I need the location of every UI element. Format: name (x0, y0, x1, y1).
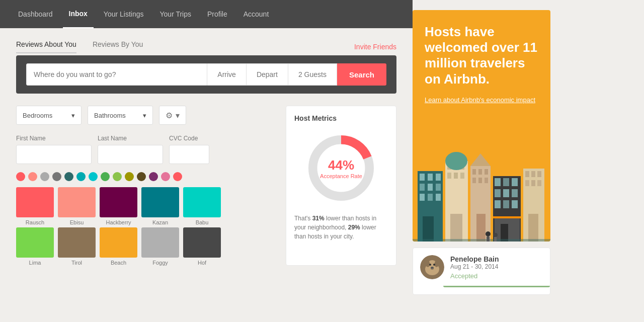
color-swatch[interactable] (100, 227, 137, 258)
svg-rect-51 (528, 214, 538, 242)
swatch-item: Foggy (141, 227, 179, 266)
bathrooms-dropdown[interactable]: Bathrooms ▾ (88, 106, 153, 125)
svg-rect-10 (428, 194, 433, 201)
swatch-label: Foggy (152, 260, 168, 266)
color-dot[interactable] (52, 172, 61, 181)
color-dot[interactable] (149, 172, 158, 181)
swatch-item: Rausch (16, 187, 54, 225)
last-name-group: Last Name (98, 135, 163, 164)
svg-rect-27 (478, 178, 482, 183)
color-dot[interactable] (137, 172, 146, 181)
svg-point-64 (431, 267, 434, 269)
svg-rect-9 (420, 194, 425, 201)
svg-point-62 (429, 264, 431, 266)
cvc-group: CVC Code (169, 135, 209, 164)
swatch-label: Lima (29, 260, 41, 266)
content-area: Reviews About You Reviews By You Invite … (0, 28, 413, 322)
color-swatch[interactable] (58, 227, 96, 258)
color-swatch[interactable] (183, 187, 221, 217)
svg-rect-4 (428, 174, 433, 181)
nav-item-dashboard[interactable]: Dashboard (12, 0, 59, 28)
svg-rect-12 (423, 216, 434, 242)
stat2: 29% (348, 224, 360, 231)
color-dot[interactable] (101, 172, 110, 181)
invite-friends-link[interactable]: Invite Friends (354, 43, 396, 51)
tab-reviews-about-you[interactable]: Reviews About You (16, 40, 76, 53)
ad-link[interactable]: Learn about Airbnb's economic impact (425, 96, 535, 104)
review-date: Aug 21 - 30, 2014 (450, 263, 543, 270)
swatch-item: Hackberry (100, 187, 137, 225)
depart-button[interactable]: Depart (247, 63, 288, 86)
search-button[interactable]: Search (337, 63, 386, 86)
cvc-input[interactable] (169, 145, 209, 164)
color-swatch[interactable] (141, 227, 179, 258)
swatch-label: Kazan (152, 219, 168, 225)
arrive-button[interactable]: Arrive (207, 63, 247, 86)
metrics-title: Host Metrics (294, 114, 388, 122)
color-dot[interactable] (173, 172, 182, 181)
svg-point-20 (445, 152, 467, 170)
bottom-section: Bedrooms ▾ Bathrooms ▾ ⚙ ▾ First N (16, 106, 396, 266)
color-dot[interactable] (76, 172, 86, 181)
color-dot[interactable] (28, 172, 37, 181)
color-swatch[interactable] (58, 187, 96, 217)
color-dot[interactable] (113, 172, 122, 181)
swatch-item: Babu (183, 187, 221, 225)
last-name-input[interactable] (98, 145, 163, 164)
review-info: Penelope Bain Aug 21 - 30, 2014 Accepted (450, 255, 543, 287)
color-dot[interactable] (89, 172, 98, 181)
color-dot[interactable] (64, 172, 73, 181)
stat1: 31% (312, 215, 325, 222)
svg-rect-24 (478, 169, 482, 175)
color-swatch[interactable] (16, 187, 54, 217)
nav-item-trips[interactable]: Your Trips (154, 0, 198, 28)
avatar (420, 255, 444, 279)
svg-rect-11 (436, 194, 441, 201)
nav-item-inbox[interactable]: Inbox (63, 0, 94, 28)
form-row: First Name Last Name CVC Code (16, 135, 274, 164)
acceptance-percent: 44% (320, 157, 362, 173)
color-dot[interactable] (16, 172, 25, 181)
reviewer-name: Penelope Bain (450, 255, 543, 263)
color-swatch[interactable] (16, 227, 54, 258)
settings-button[interactable]: ⚙ ▾ (159, 106, 186, 125)
right-panel: Hosts have welcomed over 11 million trav… (413, 0, 558, 322)
ad-title: Hosts have welcomed over 11 million trav… (425, 24, 538, 87)
color-dot[interactable] (161, 172, 170, 181)
svg-rect-18 (454, 173, 458, 179)
left-panel: Bedrooms ▾ Bathrooms ▾ ⚙ ▾ First N (16, 106, 274, 266)
swatches-row-2: Lima Tirol Beach Foggy Hof (16, 227, 274, 266)
nav-item-listings[interactable]: Your Listings (98, 0, 150, 28)
search-input[interactable] (26, 63, 207, 86)
guests-button[interactable]: 2 Guests (288, 63, 337, 86)
svg-rect-49 (531, 180, 535, 186)
svg-marker-30 (470, 153, 491, 166)
bedrooms-dropdown[interactable]: Bedrooms ▾ (16, 106, 82, 125)
svg-rect-54 (487, 236, 490, 242)
swatch-item: Ebisu (58, 187, 96, 225)
acceptance-label: Acceptance Rate (320, 173, 362, 179)
buildings-illustration (413, 131, 550, 242)
swatch-label: Ebisu (70, 219, 84, 225)
color-swatch[interactable] (141, 187, 179, 217)
swatches-row-1: Rausch Ebisu Hackberry Kazan Babu (16, 187, 274, 225)
svg-rect-39 (503, 200, 509, 208)
color-swatch[interactable] (183, 227, 221, 258)
swatch-label: Rausch (26, 219, 44, 225)
color-dot[interactable] (40, 172, 49, 181)
color-swatches: Rausch Ebisu Hackberry Kazan Babu Lima T… (16, 187, 274, 266)
first-name-input[interactable] (16, 145, 92, 164)
ad-card: Hosts have welcomed over 11 million trav… (413, 10, 550, 242)
swatch-item: Beach (100, 227, 137, 266)
nav-bar: Dashboard Inbox Your Listings Your Trips… (0, 0, 413, 28)
tab-reviews-by-you[interactable]: Reviews By You (93, 40, 143, 53)
svg-rect-32 (495, 178, 501, 186)
color-swatch[interactable] (100, 187, 137, 217)
first-name-label: First Name (16, 135, 92, 142)
svg-rect-21 (450, 214, 462, 242)
first-name-group: First Name (16, 135, 92, 164)
color-dot[interactable] (125, 172, 134, 181)
nav-item-account[interactable]: Account (237, 0, 275, 28)
nav-item-profile[interactable]: Profile (201, 0, 233, 28)
svg-rect-56 (494, 237, 497, 242)
